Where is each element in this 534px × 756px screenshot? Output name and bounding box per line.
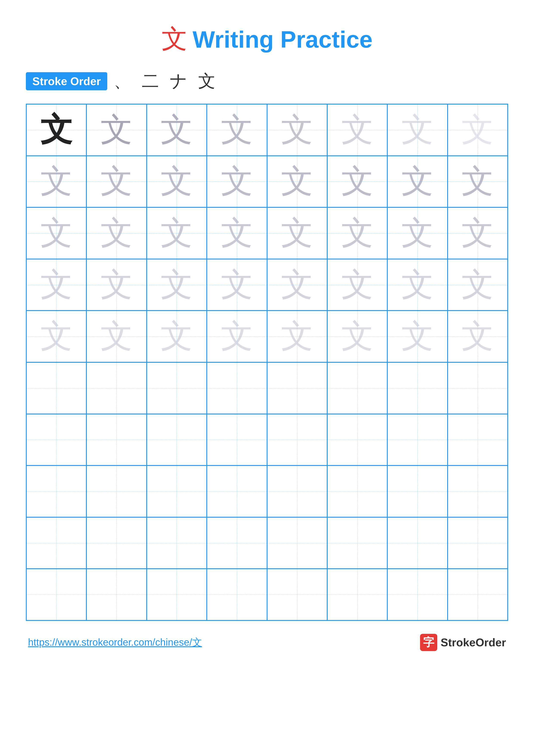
- guide-char: 文: [161, 263, 193, 307]
- grid-cell-r3c5[interactable]: 文: [267, 207, 327, 259]
- grid-cell-r1c7[interactable]: 文: [387, 104, 447, 156]
- grid-cell-r4c2[interactable]: 文: [87, 259, 146, 311]
- grid-cell-r4c8[interactable]: 文: [447, 259, 508, 311]
- grid-cell-r3c3[interactable]: 文: [147, 207, 207, 259]
- grid-cell-r3c7[interactable]: 文: [387, 207, 447, 259]
- grid-cell-r7c7[interactable]: [387, 414, 447, 466]
- grid-cell-r6c6[interactable]: [327, 362, 387, 414]
- grid-cell-r8c8[interactable]: [447, 466, 508, 517]
- grid-cell-r10c7[interactable]: [387, 569, 447, 620]
- grid-cell-r7c2[interactable]: [87, 414, 146, 466]
- grid-cell-r5c7[interactable]: 文: [387, 310, 447, 362]
- guide-char: 文: [161, 160, 193, 203]
- grid-cell-r9c4[interactable]: [207, 517, 267, 569]
- grid-cell-r6c8[interactable]: [447, 362, 508, 414]
- grid-cell-r6c7[interactable]: [387, 362, 447, 414]
- grid-cell-r5c2[interactable]: 文: [87, 310, 146, 362]
- grid-cell-r10c3[interactable]: [147, 569, 207, 620]
- guide-char: 文: [281, 160, 313, 203]
- grid-cell-r9c7[interactable]: [387, 517, 447, 569]
- grid-cell-r6c5[interactable]: [267, 362, 327, 414]
- grid-cell-r4c1[interactable]: 文: [26, 259, 87, 311]
- guide-char: 文: [281, 263, 313, 307]
- grid-cell-r7c4[interactable]: [207, 414, 267, 466]
- stroke-char-4: 文: [198, 69, 220, 93]
- grid-cell-r4c3[interactable]: 文: [147, 259, 207, 311]
- grid-cell-r10c4[interactable]: [207, 569, 267, 620]
- grid-cell-r8c6[interactable]: [327, 466, 387, 517]
- grid-cell-r5c8[interactable]: 文: [447, 310, 508, 362]
- grid-cell-r1c6[interactable]: 文: [327, 104, 387, 156]
- grid-cell-r2c3[interactable]: 文: [147, 156, 207, 207]
- grid-cell-r10c6[interactable]: [327, 569, 387, 620]
- grid-cell-r5c6[interactable]: 文: [327, 310, 387, 362]
- grid-cell-r6c4[interactable]: [207, 362, 267, 414]
- grid-cell-r9c1[interactable]: [26, 517, 87, 569]
- grid-cell-r8c5[interactable]: [267, 466, 327, 517]
- grid-cell-r8c2[interactable]: [87, 466, 146, 517]
- grid-cell-r9c8[interactable]: [447, 517, 508, 569]
- grid-cell-r2c7[interactable]: 文: [387, 156, 447, 207]
- page-title: 文 Writing Practice: [26, 21, 508, 57]
- title-english: Writing Practice: [192, 26, 372, 53]
- grid-cell-r2c4[interactable]: 文: [207, 156, 267, 207]
- grid-cell-r8c1[interactable]: [26, 466, 87, 517]
- grid-cell-r7c3[interactable]: [147, 414, 207, 466]
- guide-char: 文: [341, 211, 373, 255]
- grid-cell-r5c5[interactable]: 文: [267, 310, 327, 362]
- stroke-order-row: Stroke Order 、 二 ナ 文: [26, 69, 508, 93]
- grid-cell-r9c6[interactable]: [327, 517, 387, 569]
- grid-cell-r5c4[interactable]: 文: [207, 310, 267, 362]
- guide-char: 文: [40, 211, 73, 255]
- grid-cell-r10c5[interactable]: [267, 569, 327, 620]
- grid-cell-r7c8[interactable]: [447, 414, 508, 466]
- grid-cell-r3c8[interactable]: 文: [447, 207, 508, 259]
- grid-cell-r4c5[interactable]: 文: [267, 259, 327, 311]
- footer: https://www.strokeorder.com/chinese/文 字 …: [26, 634, 508, 651]
- grid-cell-r2c6[interactable]: 文: [327, 156, 387, 207]
- guide-char: 文: [281, 108, 313, 152]
- grid-cell-r8c4[interactable]: [207, 466, 267, 517]
- grid-cell-r8c3[interactable]: [147, 466, 207, 517]
- guide-char: 文: [341, 160, 373, 203]
- grid-cell-r2c5[interactable]: 文: [267, 156, 327, 207]
- guide-char: 文: [100, 108, 133, 152]
- grid-cell-r1c5[interactable]: 文: [267, 104, 327, 156]
- guide-char: 文: [281, 315, 313, 358]
- guide-char: 文: [461, 211, 494, 255]
- grid-cell-r6c2[interactable]: [87, 362, 146, 414]
- guide-char: 文: [100, 211, 133, 255]
- grid-cell-r9c5[interactable]: [267, 517, 327, 569]
- grid-cell-r1c1[interactable]: 文: [26, 104, 87, 156]
- guide-char: 文: [341, 315, 373, 358]
- grid-cell-r6c3[interactable]: [147, 362, 207, 414]
- grid-cell-r7c1[interactable]: [26, 414, 87, 466]
- grid-cell-r2c2[interactable]: 文: [87, 156, 146, 207]
- grid-cell-r7c6[interactable]: [327, 414, 387, 466]
- grid-cell-r9c3[interactable]: [147, 517, 207, 569]
- grid-cell-r4c6[interactable]: 文: [327, 259, 387, 311]
- grid-cell-r9c2[interactable]: [87, 517, 146, 569]
- grid-cell-r10c2[interactable]: [87, 569, 146, 620]
- grid-cell-r8c7[interactable]: [387, 466, 447, 517]
- grid-cell-r1c3[interactable]: 文: [147, 104, 207, 156]
- grid-cell-r4c7[interactable]: 文: [387, 259, 447, 311]
- grid-cell-r3c6[interactable]: 文: [327, 207, 387, 259]
- grid-cell-r2c8[interactable]: 文: [447, 156, 508, 207]
- grid-cell-r5c3[interactable]: 文: [147, 310, 207, 362]
- footer-url[interactable]: https://www.strokeorder.com/chinese/文: [28, 636, 202, 649]
- guide-char: 文: [161, 315, 193, 358]
- grid-cell-r6c1[interactable]: [26, 362, 87, 414]
- grid-cell-r10c8[interactable]: [447, 569, 508, 620]
- grid-cell-r7c5[interactable]: [267, 414, 327, 466]
- grid-cell-r3c1[interactable]: 文: [26, 207, 87, 259]
- grid-cell-r3c4[interactable]: 文: [207, 207, 267, 259]
- grid-cell-r10c1[interactable]: [26, 569, 87, 620]
- grid-cell-r2c1[interactable]: 文: [26, 156, 87, 207]
- grid-cell-r4c4[interactable]: 文: [207, 259, 267, 311]
- grid-cell-r5c1[interactable]: 文: [26, 310, 87, 362]
- grid-cell-r3c2[interactable]: 文: [87, 207, 146, 259]
- grid-cell-r1c4[interactable]: 文: [207, 104, 267, 156]
- grid-cell-r1c2[interactable]: 文: [87, 104, 146, 156]
- grid-cell-r1c8[interactable]: 文: [447, 104, 508, 156]
